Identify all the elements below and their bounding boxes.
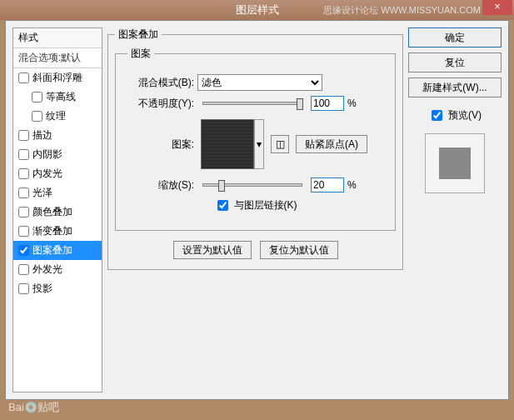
style-item-3[interactable]: 描边 [13, 126, 102, 145]
opacity-input[interactable] [311, 96, 344, 111]
percent-label: % [347, 98, 357, 109]
dialog-body: 样式 混合选项:默认 斜面和浮雕等高线纹理描边内阴影内发光光泽颜色叠加渐变叠加图… [5, 20, 509, 400]
style-label: 内阴影 [32, 148, 62, 162]
style-checkbox[interactable] [18, 264, 29, 275]
style-checkbox[interactable] [18, 188, 29, 198]
link-row: 与图层链接(K) [127, 198, 383, 213]
link-layer-checkbox[interactable] [217, 200, 228, 211]
scale-row: 缩放(S): % [127, 178, 383, 192]
blend-options-default[interactable]: 混合选项:默认 [13, 48, 102, 68]
style-item-11[interactable]: 投影 [13, 279, 102, 298]
footer-watermark: Bai💿贴吧 [8, 400, 59, 415]
style-item-0[interactable]: 斜面和浮雕 [13, 68, 102, 88]
pattern-swatch[interactable] [201, 119, 254, 169]
pattern-row: 图案: ▾ ◫ 贴紧原点(A) [127, 119, 383, 169]
percent-label-2: % [347, 179, 357, 191]
blend-mode-label: 混合模式(B): [127, 76, 194, 90]
cancel-button[interactable]: 复位 [408, 52, 502, 72]
ok-button[interactable]: 确定 [408, 28, 502, 48]
style-label: 颜色叠加 [32, 205, 72, 219]
style-item-7[interactable]: 颜色叠加 [13, 202, 102, 222]
scale-slider[interactable] [202, 183, 302, 187]
set-default-button[interactable]: 设置为默认值 [173, 241, 252, 259]
styles-panel: 样式 混合选项:默认 斜面和浮雕等高线纹理描边内阴影内发光光泽颜色叠加渐变叠加图… [12, 28, 102, 392]
style-label: 渐变叠加 [32, 224, 72, 238]
pattern-label: 图案: [127, 138, 194, 152]
style-item-1[interactable]: 等高线 [13, 88, 102, 107]
titlebar: 图层样式 思缘设计论坛 WWW.MISSYUAN.COM × [0, 0, 514, 20]
new-pattern-icon[interactable]: ◫ [271, 135, 289, 153]
preview-checkbox[interactable] [432, 110, 442, 121]
opacity-label: 不透明度(Y): [127, 97, 194, 111]
pattern-group: 图案 混合模式(B): 滤色 不透明度(Y): % 图案: ▾ [115, 47, 396, 231]
style-checkbox[interactable] [18, 72, 29, 83]
style-label: 光泽 [32, 186, 52, 200]
style-checkbox[interactable] [18, 245, 29, 256]
style-checkbox[interactable] [18, 226, 29, 237]
preview-label: 预览(V) [448, 108, 482, 122]
reset-default-button[interactable]: 复位为默认值 [260, 241, 338, 259]
pattern-overlay-group: 图案叠加 图案 混合模式(B): 滤色 不透明度(Y): % 图案: [107, 28, 403, 270]
style-label: 描边 [32, 128, 52, 142]
blend-mode-row: 混合模式(B): 滤色 [127, 74, 383, 91]
style-checkbox[interactable] [32, 111, 42, 122]
style-checkbox[interactable] [18, 168, 29, 179]
default-buttons-row: 设置为默认值 复位为默认值 [115, 241, 396, 259]
style-label: 纹理 [46, 109, 66, 123]
pattern-dropdown[interactable]: ▾ [254, 119, 264, 169]
preview-swatch [439, 148, 471, 179]
opacity-slider[interactable] [202, 102, 302, 105]
styles-header[interactable]: 样式 [13, 28, 102, 48]
style-item-4[interactable]: 内阴影 [13, 145, 102, 164]
blend-mode-select[interactable]: 滤色 [197, 74, 322, 91]
new-style-button[interactable]: 新建样式(W)... [408, 78, 502, 98]
preview-toggle-row: 预览(V) [408, 108, 502, 123]
style-item-10[interactable]: 外发光 [13, 260, 102, 279]
preview-box [425, 133, 485, 193]
style-checkbox[interactable] [18, 149, 29, 160]
right-panel: 确定 复位 新建样式(W)... 预览(V) [408, 28, 502, 392]
style-item-6[interactable]: 光泽 [13, 183, 102, 202]
inner-legend: 图案 [127, 47, 154, 61]
style-checkbox[interactable] [18, 207, 29, 218]
link-layer-label: 与图层链接(K) [234, 198, 297, 212]
style-label: 外发光 [32, 262, 62, 277]
style-item-9[interactable]: 图案叠加 [13, 241, 102, 260]
style-checkbox[interactable] [18, 283, 29, 294]
scale-label: 缩放(S): [127, 178, 194, 192]
scale-input[interactable] [311, 178, 344, 192]
style-item-8[interactable]: 渐变叠加 [13, 222, 102, 241]
opacity-row: 不透明度(Y): % [127, 96, 383, 111]
style-label: 内发光 [32, 167, 62, 181]
close-button[interactable]: × [482, 0, 512, 15]
style-label: 图案叠加 [32, 243, 72, 258]
style-item-5[interactable]: 内发光 [13, 164, 102, 183]
style-checkbox[interactable] [18, 130, 29, 141]
watermark-text: 思缘设计论坛 WWW.MISSYUAN.COM [323, 4, 481, 17]
style-label: 等高线 [46, 90, 76, 104]
style-label: 斜面和浮雕 [32, 71, 82, 85]
style-checkbox[interactable] [32, 92, 42, 102]
snap-origin-button[interactable]: 贴紧原点(A) [296, 135, 367, 153]
main-panel: 图案叠加 图案 混合模式(B): 滤色 不透明度(Y): % 图案: [107, 28, 403, 392]
style-label: 投影 [32, 282, 52, 296]
style-item-2[interactable]: 纹理 [13, 107, 102, 126]
group-legend: 图案叠加 [115, 28, 162, 42]
